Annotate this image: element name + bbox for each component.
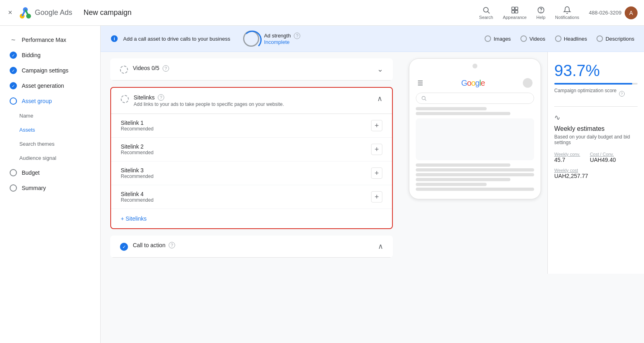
- search-label: Search: [479, 15, 493, 20]
- sitelink-2-tag: Recommended: [121, 150, 153, 155]
- headlines-radio: [555, 35, 561, 42]
- videos-dashed-circle: [120, 66, 128, 74]
- sitelink-item-2: Sitelink 2 Recommended +: [111, 138, 392, 161]
- check-circle-asset-generation: [10, 82, 17, 89]
- content-line-7: [416, 183, 487, 186]
- help-icon: [537, 6, 545, 14]
- form-panel: Videos 0/5 ? ⌄ S: [101, 52, 402, 274]
- sidebar-label-assets: Assets: [19, 127, 35, 133]
- sidebar-item-bidding[interactable]: Bidding: [0, 48, 100, 63]
- open-circle-budget: [10, 169, 17, 176]
- score-info-icon[interactable]: ?: [619, 91, 625, 97]
- sitelink-item-1: Sitelink 1 Recommended +: [111, 114, 392, 138]
- asset-videos: Videos: [520, 35, 545, 42]
- sidebar-item-performance-max[interactable]: ~ Performance Max: [0, 32, 100, 48]
- nav-notifications[interactable]: Notifications: [555, 6, 579, 20]
- call-to-action-header[interactable]: Call to action ? ∧: [110, 236, 393, 258]
- sidebar-label-performance-max: Performance Max: [22, 37, 66, 43]
- sitelink-3-tag: Recommended: [121, 174, 153, 179]
- phone-screen: ☰ Google: [413, 72, 537, 196]
- sidebar-label-summary: Summary: [22, 185, 46, 191]
- videos-help-icon[interactable]: ?: [163, 65, 169, 72]
- sitelinks-title: Sitelinks: [134, 94, 155, 101]
- stat-weekly-conv: Weekly conv. 45.7: [554, 152, 580, 163]
- sitelink-1-add-button[interactable]: +: [371, 120, 382, 131]
- sidebar-item-budget[interactable]: Budget: [0, 165, 100, 180]
- account-info: 488-026-3209 A: [589, 6, 638, 19]
- appearance-label: Appearance: [503, 15, 526, 20]
- sitelink-4-add-button[interactable]: +: [371, 191, 382, 202]
- videos-radio: [520, 35, 527, 42]
- sidebar: ~ Performance Max Bidding Campaign setti…: [0, 26, 101, 343]
- stat-weekly-cost: Weekly cost UAH2,257.77: [554, 168, 638, 179]
- preview-panel: ☰ Google: [402, 52, 547, 274]
- videos-chevron-icon[interactable]: ⌄: [377, 65, 383, 74]
- nav-help[interactable]: Help: [536, 6, 545, 20]
- sitelink-1-info: Sitelink 1 Recommended: [121, 120, 153, 132]
- trend-icon: ∿: [554, 113, 638, 122]
- sidebar-item-asset-generation[interactable]: Asset generation: [0, 78, 100, 93]
- content-line-3: [416, 163, 510, 167]
- sitelinks-chevron-icon[interactable]: ∧: [377, 94, 382, 103]
- content-placeholder-lines: [416, 107, 534, 115]
- sidebar-item-asset-group[interactable]: Asset group: [0, 93, 100, 109]
- sidebar-item-search-themes[interactable]: Search themes: [0, 137, 100, 151]
- google-ads-icon: [19, 6, 32, 19]
- cost-conv-value: UAH49.40: [590, 157, 616, 163]
- videos-header[interactable]: Videos 0/5 ? ⌄: [110, 58, 393, 81]
- sitelink-2-add-button[interactable]: +: [371, 144, 382, 155]
- sidebar-label-campaign-settings: Campaign settings: [22, 67, 68, 74]
- help-label: Help: [536, 15, 545, 20]
- weekly-subtitle: Based on your daily budget and bid setti…: [554, 134, 638, 145]
- header: × Google Ads New campaign Search Ap: [0, 0, 644, 26]
- ad-strength-help-icon[interactable]: ?: [294, 33, 300, 39]
- headlines-label: Headlines: [564, 36, 587, 42]
- svg-line-6: [487, 11, 489, 13]
- svg-point-12: [541, 12, 541, 12]
- videos-section: Videos 0/5 ? ⌄: [110, 58, 393, 81]
- call-to-action-chevron-icon[interactable]: ∧: [378, 242, 383, 251]
- call-to-action-help-icon[interactable]: ?: [169, 242, 175, 248]
- account-number: 488-026-3209: [589, 10, 621, 16]
- videos-header-left: Videos 0/5 ?: [120, 65, 169, 74]
- google-header: ☰ Google: [416, 75, 534, 91]
- hamburger-icon: ☰: [417, 79, 423, 87]
- content-line-4: [416, 168, 534, 172]
- sidebar-item-campaign-settings[interactable]: Campaign settings: [0, 63, 100, 78]
- right-panel: 93.7% Campaign optimization score ? ∿ We…: [547, 52, 644, 274]
- sitelinks-header[interactable]: Sitelinks ? Add links to your ads to tak…: [111, 88, 392, 114]
- tilde-icon: ~: [10, 36, 17, 43]
- content-line-1: [416, 107, 487, 110]
- asset-items: Images Videos Headlines Descriptions: [485, 35, 634, 42]
- descriptions-label: Descriptions: [605, 36, 634, 42]
- nav-appearance[interactable]: Appearance: [503, 6, 526, 20]
- sidebar-item-name[interactable]: Name: [0, 109, 100, 123]
- content-line-6: [416, 178, 510, 181]
- sidebar-label-name: Name: [19, 113, 33, 119]
- open-circle-summary: [10, 184, 17, 192]
- nav-search[interactable]: Search: [479, 6, 493, 20]
- sitelink-1-name: Sitelink 1: [121, 120, 153, 126]
- sitelink-3-add-button[interactable]: +: [371, 167, 382, 179]
- call-asset-text: Add a call asset to drive calls to your …: [123, 36, 230, 42]
- sitelinks-header-left: Sitelinks ? Add links to your ads to tak…: [121, 94, 284, 107]
- call-to-action-check-icon: [120, 243, 128, 251]
- sitelink-2-name: Sitelink 2: [121, 143, 153, 150]
- score-label: Campaign optimization score: [554, 88, 617, 93]
- score-bar-fill: [554, 83, 632, 85]
- svg-rect-8: [515, 7, 518, 10]
- weekly-cost-label: Weekly cost: [554, 168, 638, 173]
- sidebar-item-assets[interactable]: Assets: [0, 123, 100, 137]
- avatar[interactable]: A: [625, 6, 638, 19]
- close-button[interactable]: ×: [6, 7, 14, 19]
- google-ads-logo: Google Ads: [19, 6, 72, 19]
- content-line-5: [416, 173, 534, 176]
- sidebar-item-summary[interactable]: Summary: [0, 180, 100, 196]
- ad-strength-item: Ad strength ? Incomplete: [243, 31, 301, 47]
- info-circle-icon: i: [110, 35, 118, 43]
- add-sitelinks-button[interactable]: + Sitelinks: [111, 209, 392, 228]
- search-icon: [482, 6, 490, 14]
- sidebar-item-audience-signal[interactable]: Audience signal: [0, 151, 100, 165]
- asset-headlines: Headlines: [555, 35, 587, 42]
- sitelinks-help-icon[interactable]: ?: [158, 94, 164, 101]
